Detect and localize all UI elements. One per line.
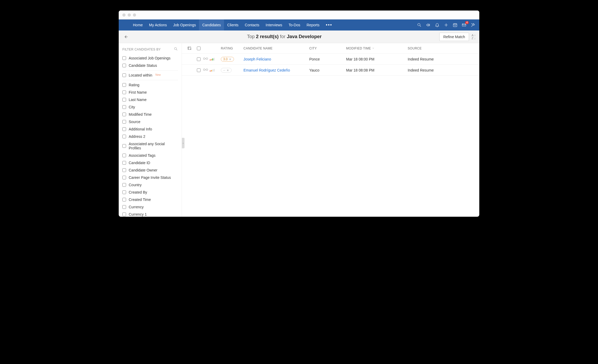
filter-associated-job-openings[interactable]: Associated Job Openings [119, 54, 182, 62]
th-rating[interactable]: RATING [221, 47, 243, 50]
th-mtime-label: MODIFIED TIME [346, 47, 371, 50]
rating-pill[interactable]: 3.0★ [221, 57, 234, 62]
filter-rating[interactable]: Rating [119, 81, 182, 89]
filter-source[interactable]: Source [119, 118, 182, 125]
cell-source: Indeed Resume [408, 68, 476, 72]
refine-match-button[interactable]: Refine Match [439, 33, 469, 41]
traffic-light-minimize[interactable] [128, 13, 131, 17]
sidebar-collapse-handle[interactable]: ‹ [182, 138, 185, 148]
filter-checkbox[interactable] [122, 168, 126, 172]
filter-label: Candidate ID [129, 161, 150, 165]
column-picker-icon[interactable] [185, 46, 195, 51]
filter-created-time[interactable]: Created Time [119, 196, 182, 203]
filter-checkbox[interactable] [122, 64, 126, 67]
cell-city: Yauco [309, 68, 346, 72]
filter-checkbox[interactable] [122, 98, 126, 102]
nav-item-contacts[interactable]: Contacts [242, 19, 262, 31]
filter-modified-time[interactable]: Modified Time [119, 111, 182, 118]
filter-checkbox[interactable] [122, 183, 126, 187]
filter-checkbox[interactable] [122, 56, 126, 60]
glasses-icon[interactable] [203, 57, 208, 61]
filter-associated-any-social-profiles[interactable]: Associated any Social Profiles [119, 140, 182, 152]
nav-item-job-openings[interactable]: Job Openings [170, 19, 199, 31]
filter-label: Associated Tags [129, 153, 156, 158]
filter-checkbox[interactable] [122, 127, 126, 131]
traffic-light-close[interactable] [122, 13, 126, 17]
back-arrow-icon[interactable] [122, 33, 129, 40]
filter-search-icon[interactable] [174, 47, 178, 52]
filter-country[interactable]: Country [119, 181, 182, 189]
nav-item-to-dos[interactable]: To-Dos [285, 19, 303, 31]
filter-label: Modified Time [129, 112, 152, 117]
row-checkbox[interactable] [197, 68, 201, 72]
filter-city[interactable]: City [119, 103, 182, 111]
th-city[interactable]: CITY [309, 47, 346, 50]
tools-icon[interactable] [470, 22, 476, 28]
nav-item-my-actions[interactable]: My Actions [146, 19, 170, 31]
filter-label: Candidate Status [129, 63, 157, 68]
th-name[interactable]: CANDIDATE NAME [243, 47, 309, 50]
plus-icon[interactable] [443, 22, 449, 28]
select-all-checkbox[interactable] [197, 47, 201, 50]
filter-checkbox[interactable] [122, 105, 126, 109]
filter-checkbox[interactable] [122, 190, 126, 194]
candidate-name-link[interactable]: Emanuel Rodríguez Cedeño [243, 68, 290, 72]
filter-label: Located within [129, 73, 152, 77]
filter-checkbox[interactable] [122, 120, 126, 124]
filter-checkbox[interactable] [122, 135, 126, 138]
bell-icon[interactable] [435, 22, 440, 28]
filter-checkbox[interactable] [122, 154, 126, 157]
filter-checkbox[interactable] [122, 205, 126, 209]
filter-checkbox[interactable] [122, 113, 126, 116]
filter-candidate-status[interactable]: Candidate Status [119, 62, 182, 69]
svg-point-9 [206, 69, 208, 71]
filter-currency-1[interactable]: Currency 1 [119, 211, 182, 217]
filter-candidate-id[interactable]: Candidate ID [119, 159, 182, 166]
nav-item-home[interactable]: Home [130, 19, 146, 31]
nav-item-candidates[interactable]: Candidates [199, 19, 224, 31]
filter-candidate-owner[interactable]: Candidate Owner [119, 166, 182, 174]
filter-checkbox[interactable] [122, 83, 126, 87]
filter-checkbox[interactable] [122, 144, 126, 148]
th-source[interactable]: SOURCE [408, 47, 476, 50]
filter-checkbox[interactable] [122, 176, 126, 179]
traffic-light-zoom[interactable] [133, 13, 136, 17]
filter-additional-info[interactable]: Additional Info [119, 125, 182, 133]
hamburger-icon[interactable] [119, 19, 130, 31]
nav-item-interviews[interactable]: Interviews [262, 19, 285, 31]
results-title: Top 2 result(s) for Java Developer [129, 34, 439, 39]
filter-label: Rating [129, 83, 139, 87]
glasses-icon[interactable] [203, 68, 208, 72]
calendar-icon[interactable]: 31 [452, 22, 458, 28]
filter-label: Career Page Invite Status [129, 175, 171, 180]
row-checkbox[interactable] [197, 57, 201, 61]
filter-label: Currency [129, 205, 144, 209]
filter-title: FILTER CANDIDATES BY [122, 48, 161, 51]
filter-career-page-invite-status[interactable]: Career Page Invite Status [119, 174, 182, 181]
search-icon[interactable] [417, 22, 422, 28]
filter-first-name[interactable]: First Name [119, 89, 182, 96]
filter-address-2[interactable]: Address 2 [119, 133, 182, 140]
filter-checkbox[interactable] [122, 198, 126, 201]
th-modified-time[interactable]: MODIFIED TIME [346, 47, 408, 50]
filter-last-name[interactable]: Last Name [119, 96, 182, 103]
filter-checkbox[interactable] [122, 73, 126, 77]
new-tag: New [156, 73, 161, 76]
filter-checkbox[interactable] [122, 161, 126, 165]
filter-label: Address 2 [129, 134, 145, 139]
sort-az-icon[interactable]: A ↑Z ↓ [472, 34, 476, 40]
announce-icon[interactable] [426, 22, 431, 28]
filter-checkbox[interactable] [122, 213, 126, 216]
svg-point-0 [418, 23, 420, 26]
nav-item-reports[interactable]: Reports [303, 19, 323, 31]
filter-located-within[interactable]: Located within New [119, 72, 182, 79]
filter-created-by[interactable]: Created By [119, 189, 182, 196]
nav-item-clients[interactable]: Clients [224, 19, 242, 31]
filter-associated-tags[interactable]: Associated Tags [119, 152, 182, 159]
nav-more-icon[interactable]: ••• [323, 22, 336, 28]
mail-icon[interactable]: 4 [461, 22, 467, 28]
filter-currency[interactable]: Currency [119, 203, 182, 211]
candidate-name-link[interactable]: Joseph Feliciano [243, 57, 271, 61]
rating-pill[interactable]: --★ [221, 68, 232, 73]
filter-checkbox[interactable] [122, 90, 126, 94]
